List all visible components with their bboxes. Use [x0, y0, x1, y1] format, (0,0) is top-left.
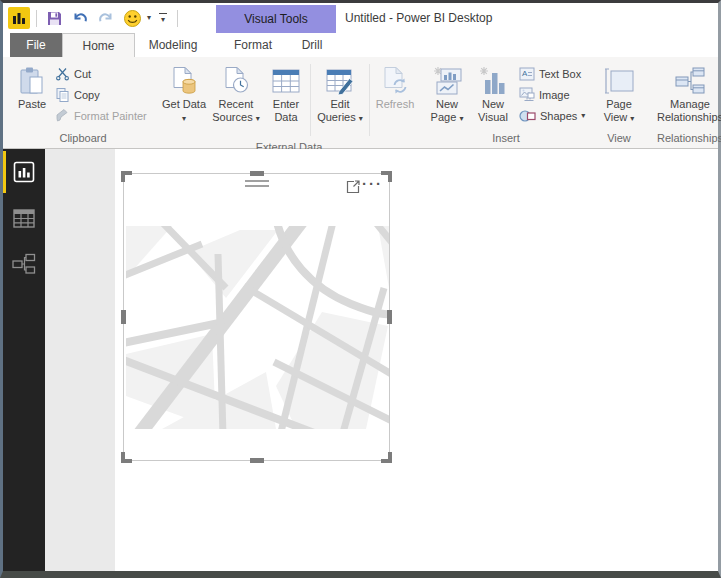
ribbon-group-external-data: Get Data ▾ Recent Sources ▾ Enter Data [158, 57, 420, 148]
group-label-clipboard: Clipboard [10, 131, 156, 148]
divider [36, 10, 37, 27]
resize-handle-top-left[interactable] [121, 171, 132, 182]
dropdown-caret-icon: ▾ [630, 114, 634, 123]
resize-handle-bottom-right[interactable] [381, 452, 392, 463]
visual-drag-grip-icon[interactable] [245, 180, 269, 190]
map-visual[interactable]: ··· [123, 173, 390, 461]
power-bi-logo-icon [8, 7, 30, 29]
group-label-insert: Insert [422, 131, 590, 148]
recent-sources-icon [222, 62, 250, 96]
resize-handle-right[interactable] [387, 310, 392, 324]
ribbon-tab-row: File Home Modeling Format Drill [3, 33, 718, 57]
customize-toolbar-bar-icon [159, 13, 167, 14]
new-visual-button[interactable]: New Visual [470, 60, 516, 124]
tab-format[interactable]: Format [219, 33, 287, 57]
main-area: ··· [3, 149, 718, 571]
report-view-button[interactable] [3, 149, 45, 195]
format-painter-button[interactable]: Format Painter [52, 105, 154, 126]
smiley-dropdown-caret-icon[interactable]: ▾ [147, 14, 151, 22]
image-icon [519, 87, 535, 102]
tab-home[interactable]: Home [62, 33, 135, 57]
refresh-button[interactable]: Refresh [372, 60, 418, 111]
dropdown-caret-icon: ▾ [581, 112, 585, 120]
ribbon-group-insert: New Page ▾ New Visual A Text Box Imag [422, 57, 590, 148]
group-inner-divider [310, 64, 311, 136]
window-title: Untitled - Power BI Desktop [345, 3, 492, 33]
data-view-button[interactable] [3, 195, 45, 241]
dropdown-caret-icon: ▾ [182, 114, 186, 123]
view-sidebar [3, 149, 45, 571]
customize-toolbar-caret-icon: ▾ [161, 16, 165, 24]
tab-file[interactable]: File [10, 33, 62, 57]
report-view-icon [13, 161, 35, 183]
quick-access-toolbar: ▾ ▾ [8, 5, 180, 31]
dropdown-caret-icon: ▾ [359, 114, 363, 123]
paste-button[interactable]: Paste [12, 60, 52, 111]
get-data-icon [170, 62, 198, 96]
refresh-icon [381, 62, 409, 96]
resize-handle-left[interactable] [121, 310, 126, 324]
svg-text:A: A [522, 69, 528, 78]
recent-sources-button[interactable]: Recent Sources ▾ [208, 60, 264, 124]
new-visual-icon [478, 62, 508, 96]
map-placeholder [126, 226, 389, 429]
customize-toolbar-button[interactable]: ▾ [155, 7, 171, 29]
shapes-button[interactable]: Shapes ▾ [516, 105, 588, 126]
cut-icon [55, 66, 70, 81]
group-inner-divider [369, 64, 370, 136]
group-label-relationships: Relationships [648, 131, 721, 148]
edit-queries-button[interactable]: Edit Queries ▾ [313, 60, 367, 124]
model-view-icon [12, 253, 36, 275]
page-view-button[interactable]: Page View ▾ [594, 60, 644, 124]
ribbon-home: Paste Cut Copy Format Painter [3, 57, 718, 149]
data-view-icon [13, 209, 35, 228]
edit-queries-icon [325, 62, 355, 96]
resize-handle-bottom[interactable] [250, 458, 264, 463]
text-box-icon: A [519, 67, 535, 81]
cut-button[interactable]: Cut [52, 63, 154, 84]
enter-data-icon [271, 62, 301, 96]
resize-handle-bottom-left[interactable] [121, 452, 132, 463]
tab-drill[interactable]: Drill [287, 33, 337, 57]
undo-button[interactable] [69, 7, 91, 29]
dropdown-caret-icon: ▾ [256, 114, 260, 123]
feedback-smiley-button[interactable] [121, 7, 143, 29]
dropdown-caret-icon: ▾ [459, 114, 463, 123]
page-view-icon [603, 62, 635, 96]
ribbon-group-relationships: Manage Relationships Relationships [648, 57, 721, 148]
ribbon-group-clipboard: Paste Cut Copy Format Painter [10, 57, 156, 148]
model-view-button[interactable] [3, 241, 45, 287]
paste-icon [18, 62, 46, 96]
get-data-button[interactable]: Get Data ▾ [160, 60, 208, 124]
title-bar: ▾ ▾ Visual Tools Untitled - Power BI Des… [3, 3, 718, 33]
report-page[interactable]: ··· [115, 149, 718, 571]
focus-mode-icon[interactable] [345, 179, 361, 195]
manage-relationships-icon [674, 62, 706, 96]
resize-handle-top[interactable] [250, 171, 264, 176]
image-button[interactable]: Image [516, 84, 588, 105]
canvas-gutter [45, 149, 115, 571]
selected-view-indicator [3, 151, 6, 193]
contextual-tab-visual-tools[interactable]: Visual Tools [216, 5, 336, 33]
enter-data-button[interactable]: Enter Data [264, 60, 308, 124]
shapes-icon [519, 109, 536, 123]
copy-icon [55, 87, 70, 102]
save-button[interactable] [43, 7, 65, 29]
tab-modeling[interactable]: Modeling [137, 33, 209, 57]
ribbon-group-view: Page View ▾ View [592, 57, 646, 148]
new-page-icon [431, 62, 463, 96]
format-painter-icon [55, 108, 70, 123]
resize-handle-top-right[interactable] [381, 171, 392, 182]
text-box-button[interactable]: A Text Box [516, 63, 588, 84]
group-label-view: View [592, 131, 646, 148]
copy-button[interactable]: Copy [52, 84, 154, 105]
more-options-icon[interactable]: ··· [362, 175, 383, 192]
app-window: ▾ ▾ Visual Tools Untitled - Power BI Des… [0, 0, 721, 578]
new-page-button[interactable]: New Page ▾ [424, 60, 470, 124]
redo-button[interactable] [95, 7, 117, 29]
divider [177, 10, 178, 27]
manage-relationships-button[interactable]: Manage Relationships [650, 60, 721, 124]
